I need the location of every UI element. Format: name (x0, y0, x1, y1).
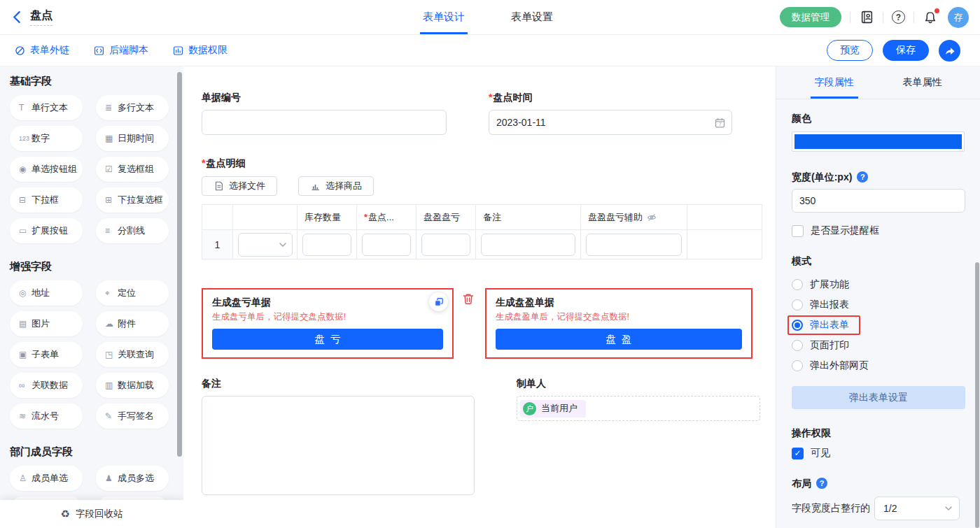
tab-form-design[interactable]: 表单设计 (420, 0, 468, 34)
field-label: 备注 (202, 376, 475, 390)
mode-option-external-page[interactable]: 弹出外部网页 (792, 355, 965, 376)
field-pill[interactable]: T单行文本 (10, 95, 83, 120)
topbar-right: 数据管理 ? 存 (780, 7, 969, 28)
reminder-checkbox-row[interactable]: 是否显示提醒框 (792, 224, 965, 237)
reminder-checkbox[interactable] (792, 225, 804, 237)
field-check-detail[interactable]: *盘点明细 选择文件 选择商品 库存数量 *盘点... 盘盈盘亏 备注 盘盈盘 (202, 156, 776, 259)
field-pill[interactable]: ⌖定位 (96, 280, 169, 306)
field-pill[interactable]: ✎手写签名 (96, 404, 169, 429)
field-pill[interactable]: ≋流水号 (10, 404, 83, 429)
stock-qty-input[interactable] (302, 234, 351, 256)
field-pill[interactable]: ♙成员单选 (10, 466, 83, 491)
back-icon[interactable] (13, 10, 22, 24)
sidebar-scrollbar[interactable] (177, 72, 182, 457)
mode-option-print[interactable]: 页面打印 (792, 335, 965, 355)
radio-icon[interactable] (792, 360, 803, 371)
save-button[interactable]: 保存 (883, 40, 929, 61)
item-select[interactable] (238, 233, 293, 257)
check-qty-input[interactable] (362, 234, 411, 256)
data-manage-button[interactable]: 数据管理 (780, 7, 841, 27)
field-pill[interactable]: ⊞下拉复选框 (96, 187, 169, 213)
radio-icon[interactable] (792, 279, 803, 290)
help-icon[interactable]: ? (892, 10, 905, 24)
color-label: 颜色 (792, 112, 965, 124)
backend-script-action[interactable]: 后端脚本 (93, 44, 148, 57)
field-recycle-bin[interactable]: ♻ 字段回收站 (0, 500, 183, 528)
field-remark[interactable]: 备注 (202, 376, 475, 498)
preview-button[interactable]: 预览 (827, 40, 873, 61)
field-pill[interactable]: ◎地址 (10, 280, 83, 306)
maker-value-box[interactable]: 户 当前用户 (517, 396, 760, 421)
select-goods-button[interactable]: 选择商品 (298, 176, 374, 196)
color-picker[interactable] (792, 131, 965, 152)
width-input[interactable] (792, 189, 965, 213)
field-pill[interactable]: 123数字 (10, 126, 83, 151)
external-link-action[interactable]: 表单外链 (14, 44, 69, 57)
tab-form-settings[interactable]: 表单设置 (508, 0, 556, 34)
form-toolbar: 表单外链 后端脚本 数据权限 预览 保存 (0, 35, 980, 66)
detail-table: 库存数量 *盘点... 盘盈盘亏 备注 盘盈盘亏辅助 1 (202, 204, 762, 259)
current-user-tag: 户 当前用户 (520, 400, 586, 418)
field-pill[interactable]: ▦日期时间 (96, 126, 169, 151)
divider (913, 12, 914, 23)
link-icon (14, 45, 26, 57)
layout-help-icon[interactable]: ? (816, 478, 827, 489)
select-file-button[interactable]: 选择文件 (202, 176, 277, 196)
mode-option-report[interactable]: 弹出报表 (792, 294, 965, 315)
field-pill[interactable]: ▤图片 (10, 311, 83, 336)
field-check-time[interactable]: *盘点时间 7 (489, 90, 732, 135)
field-pill[interactable]: ▣子表单 (10, 342, 83, 367)
field-pill[interactable]: ∞关联数据 (10, 373, 83, 398)
visible-checkbox-row[interactable]: ✓ 可见 (792, 447, 965, 459)
radio-icon[interactable] (792, 340, 803, 351)
field-pill[interactable]: ☁附件 (96, 311, 169, 336)
field-pill[interactable]: ♟成员多选 (96, 466, 169, 491)
mode-option-popup-form[interactable]: 弹出表单 (792, 315, 965, 335)
popup-form-settings-button[interactable]: 弹出表单设置 (792, 386, 965, 409)
mode-option-extend[interactable]: 扩展功能 (792, 274, 965, 294)
loss-extend-panel[interactable]: 生成盘亏单据 生成盘亏单后，记得提交盘点数据! 盘亏 (202, 288, 454, 359)
contact-book-icon[interactable] (859, 10, 874, 25)
field-maker[interactable]: 制单人 户 当前用户 (517, 376, 760, 498)
gain-loss-input[interactable] (421, 234, 470, 256)
gain-extend-panel[interactable]: 生成盘盈单据 生成盘盈单后，记得提交盘点数据! 盘盈 (485, 288, 752, 359)
field-pill[interactable]: ≡分割线 (96, 218, 169, 243)
page-title[interactable]: 盘点 (30, 8, 52, 26)
selected-mode-highlight[interactable]: 弹出表单 (788, 315, 860, 335)
field-label: 单据编号 (202, 90, 447, 104)
radio-icon-selected[interactable] (792, 320, 803, 331)
share-button[interactable] (939, 40, 960, 62)
copy-icon[interactable] (429, 292, 448, 311)
panel-scrollbar[interactable] (975, 262, 979, 528)
width-help-icon[interactable]: ? (857, 171, 868, 183)
radio-icon[interactable] (792, 299, 803, 311)
field-doc-number[interactable]: 单据编号 (202, 90, 447, 135)
section-enhanced-fields: 增强字段 ◎地址 ⌖定位 ▤图片 ☁附件 ▣子表单 ◳关联查询 ∞关联数据 ▥数… (10, 260, 183, 429)
gain-loss-helper-input[interactable] (586, 234, 682, 256)
field-pill[interactable]: ☑复选框组 (96, 157, 169, 182)
trash-icon[interactable] (462, 292, 475, 306)
field-pill[interactable]: ▥数据加载 (96, 373, 169, 398)
visible-checkbox[interactable]: ✓ (792, 448, 804, 459)
check-time-input[interactable] (489, 110, 732, 135)
notification-bell-icon[interactable] (923, 10, 938, 25)
tab-field-properties[interactable]: 字段属性 (811, 66, 858, 99)
loss-button[interactable]: 盘亏 (212, 329, 443, 350)
layout-label: 布局 ? (792, 477, 965, 490)
field-pill[interactable]: ◳关联查询 (96, 342, 169, 367)
gain-button[interactable]: 盘盈 (496, 329, 742, 350)
doc-number-input[interactable] (202, 110, 447, 135)
tab-form-properties[interactable]: 表单属性 (899, 66, 946, 99)
avatar[interactable]: 存 (948, 7, 969, 28)
row-remark-input[interactable] (481, 234, 575, 256)
top-bar: 盘点 表单设计 表单设置 数据管理 ? 存 (0, 0, 980, 35)
layout-width-select[interactable]: 1/2 (874, 497, 960, 520)
field-pill[interactable]: ◉单选按钮组 (10, 157, 83, 182)
notification-dot (934, 8, 939, 13)
remark-textarea[interactable] (202, 396, 475, 495)
field-pill[interactable]: ▭扩展按钮 (10, 218, 83, 243)
section-basic-fields: 基础字段 T单行文本 ≣多行文本 123数字 ▦日期时间 ◉单选按钮组 ☑复选框… (10, 75, 183, 243)
data-permission-action[interactable]: 数据权限 (172, 44, 227, 57)
field-pill[interactable]: ≣多行文本 (96, 95, 169, 120)
field-pill[interactable]: ⊟下拉框 (10, 187, 83, 213)
